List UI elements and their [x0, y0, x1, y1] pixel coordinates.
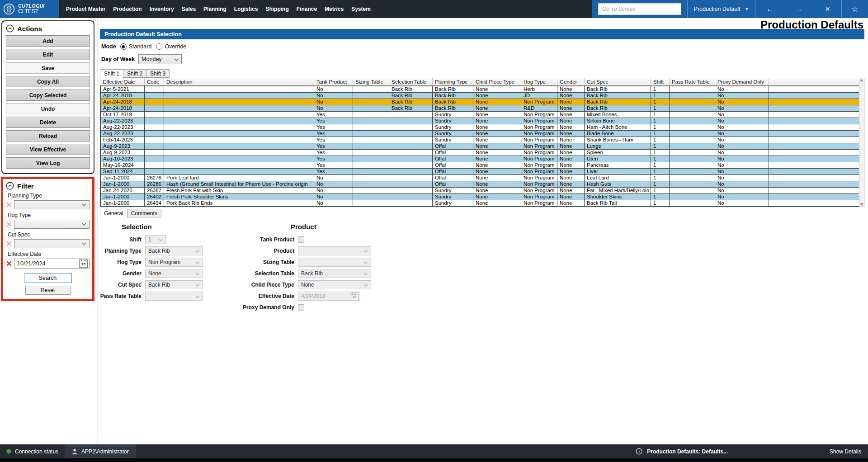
effective-date-filter-input[interactable]: 10/21/202415 — [14, 259, 90, 269]
column-header-pass-rate-table[interactable]: Pass Rate Table — [670, 78, 715, 86]
table-row[interactable]: Aug-10-2023YesOffalNoneNon ProgramNoneUt… — [101, 156, 859, 162]
table-row[interactable]: Jan-24-202026387Fresh Pork Fat with Skin… — [101, 188, 859, 194]
add-button[interactable]: Add — [6, 35, 90, 47]
table-row[interactable]: May-16-2024YesOffalNoneNon ProgramNonePa… — [101, 162, 859, 169]
column-header-planning-type[interactable]: Planning Type — [433, 78, 473, 86]
copy-all-button[interactable]: Copy All — [6, 76, 90, 87]
menu-sales[interactable]: Sales — [182, 6, 196, 12]
table-row[interactable]: Sep-11-2024YesOffalNoneNon ProgramNoneLi… — [101, 169, 859, 175]
menu-shipping[interactable]: Shipping — [265, 6, 288, 12]
menu-finance[interactable]: Finance — [297, 6, 317, 12]
menu-product-master[interactable]: Product Master — [66, 6, 105, 12]
undo-button[interactable]: Undo — [6, 103, 90, 114]
clear-filter-icon[interactable] — [6, 260, 12, 267]
shift-tab-shift-2[interactable]: Shift 2 — [123, 69, 146, 78]
hog-type-dropdown[interactable]: Non Program — [145, 258, 203, 267]
scrollbar-up-icon[interactable] — [860, 79, 863, 81]
column-header-sizing-table[interactable]: Sizing Table — [353, 78, 389, 86]
menu-logistics[interactable]: Logistics — [234, 6, 258, 12]
table-row[interactable]: Aug-22-2023YesSundryNoneNon ProgramNoneH… — [101, 124, 859, 131]
table-row[interactable]: Aug-22-2023YesSundryNoneNon ProgramNoneB… — [101, 131, 859, 137]
delete-button[interactable]: Delete — [6, 117, 90, 128]
shift-tab-shift-1[interactable]: Shift 1 — [100, 69, 123, 78]
column-header-shift[interactable]: Shift — [651, 78, 670, 86]
hog-type-filter-dropdown[interactable] — [14, 220, 90, 229]
reload-button[interactable]: Reload — [6, 130, 90, 141]
scrollbar-down-icon[interactable] — [860, 203, 863, 206]
child-piece-type-dropdown[interactable]: None — [298, 280, 371, 289]
calendar-icon[interactable]: 15 — [79, 259, 88, 268]
selection-table-dropdown[interactable]: Back Rib — [298, 269, 371, 278]
clear-filter-icon[interactable] — [6, 202, 12, 208]
table-row[interactable]: Aug-9-2023YesOffalNoneNon ProgramNoneSpl… — [101, 150, 859, 156]
column-header-child-piece-type[interactable]: Child Piece Type — [473, 78, 521, 86]
go-to-screen-input[interactable] — [598, 3, 681, 15]
current-user[interactable]: APP2\Administrator — [65, 444, 136, 458]
menu-system[interactable]: System — [351, 6, 371, 12]
table-row[interactable]: Jan-1-200026286Hash (Ground Small Intest… — [101, 181, 859, 188]
menu-metrics[interactable]: Metrics — [325, 6, 344, 12]
shift-dropdown[interactable]: 1 — [145, 235, 166, 244]
column-header-cut-spec[interactable]: Cut Spec — [585, 78, 651, 86]
cut-spec-dropdown[interactable]: Back Rib — [145, 280, 203, 289]
table-row[interactable]: Aug-9-2023YesOffalNoneNon ProgramNoneLun… — [101, 143, 859, 150]
column-header-tank-product[interactable]: Tank Product — [314, 78, 353, 86]
shift-tab-shift-3[interactable]: Shift 3 — [146, 69, 170, 78]
tank-product-label: Tank Product — [240, 236, 298, 243]
save-button[interactable]: Save — [6, 62, 90, 74]
cut-spec-filter-dropdown[interactable] — [14, 239, 90, 248]
column-header-code[interactable]: Code — [145, 78, 164, 86]
pass-rate-table-dropdown[interactable] — [145, 292, 203, 301]
gender-dropdown[interactable]: None — [145, 269, 203, 278]
day-of-week-dropdown[interactable]: Monday — [138, 54, 182, 64]
column-header-hog-type[interactable]: Hog Type — [521, 78, 557, 86]
forward-arrow-button[interactable]: → — [796, 5, 803, 14]
table-row[interactable]: Jan-1-200026494Pork Back Rib EndsNoSundr… — [101, 200, 859, 207]
close-screen-button[interactable]: ✕ — [825, 5, 830, 13]
planning-type-dropdown[interactable]: Back Rib — [145, 246, 203, 255]
table-row[interactable]: Aug-22-2023YesSundryNoneNon ProgramNoneS… — [101, 118, 859, 124]
show-details-button[interactable]: Show Details — [830, 448, 868, 455]
column-header-selection-table[interactable]: Selection Table — [389, 78, 433, 86]
view-log-button[interactable]: View Log — [6, 157, 90, 169]
menu-inventory[interactable]: Inventory — [150, 6, 174, 12]
favorite-star-button[interactable]: ☆ — [842, 5, 868, 14]
product-dropdown[interactable] — [298, 246, 371, 255]
calendar-icon[interactable]: 15 — [350, 292, 359, 300]
tank-product-checkbox[interactable] — [298, 236, 304, 243]
column-header-proxy-demand-only[interactable]: Proxy Demand Only — [715, 78, 769, 86]
detail-tab-general[interactable]: General — [100, 209, 127, 218]
back-arrow-button[interactable]: ← — [766, 5, 774, 14]
menu-planning[interactable]: Planning — [203, 6, 226, 12]
table-row[interactable]: Jan-1-200026402Fresh Pork Shoulder Skins… — [101, 194, 859, 200]
clear-filter-icon[interactable] — [6, 240, 12, 247]
table-row-selected[interactable]: Apr-24-2018NoBack RibBack RibNoneNon Pro… — [101, 99, 859, 105]
menu-production[interactable]: Production — [113, 6, 142, 12]
clear-filter-icon[interactable] — [6, 221, 12, 227]
table-row[interactable]: Apr-5-2021NoBack RibBack RibNoneHerbNone… — [101, 86, 859, 93]
column-header-description[interactable]: Description — [164, 78, 314, 86]
column-header-effective-date[interactable]: Effective Date — [101, 78, 145, 86]
column-header-gender[interactable]: Gender — [557, 78, 585, 86]
copy-selected-button[interactable]: Copy Selected — [6, 90, 90, 101]
sizing-table-dropdown[interactable] — [298, 258, 371, 267]
table-row[interactable]: Apr-24-2018NoBack RibBack RibNoneJDNoneB… — [101, 93, 859, 99]
mode-radio-standard[interactable]: Standard — [120, 43, 152, 50]
table-row[interactable]: Apr-24-2018NoBack RibBack RibNoneR&DNone… — [101, 105, 859, 112]
reset-button[interactable]: Reset — [25, 286, 71, 295]
detail-tab-comments[interactable]: Comments — [127, 209, 161, 217]
vertical-scrollbar[interactable] — [859, 78, 864, 207]
table-row[interactable]: Jan-1-200026276Pork Leaf lardNoOffalNone… — [101, 175, 859, 181]
search-button[interactable]: Search — [24, 273, 72, 283]
edit-button[interactable]: Edit — [6, 49, 90, 60]
collapse-chevron-up-icon[interactable] — [6, 24, 14, 33]
table-row[interactable]: Feb-14-2023YesSundryNoneNon ProgramNoneS… — [101, 137, 859, 143]
effective-date-input[interactable]: 4/24/201815 — [298, 292, 360, 301]
screen-selector-dropdown[interactable]: Production Default ▼ — [688, 6, 755, 12]
proxy-demand-only-checkbox[interactable] — [298, 304, 304, 311]
table-row[interactable]: Oct-17-2019YesSundryNoneNon ProgramNoneM… — [101, 112, 859, 118]
mode-radio-override[interactable]: Override — [156, 43, 186, 50]
planning-type-filter-dropdown[interactable] — [14, 200, 90, 209]
view-effective-button[interactable]: View Effective — [6, 144, 90, 155]
collapse-chevron-up-icon[interactable] — [6, 182, 14, 190]
